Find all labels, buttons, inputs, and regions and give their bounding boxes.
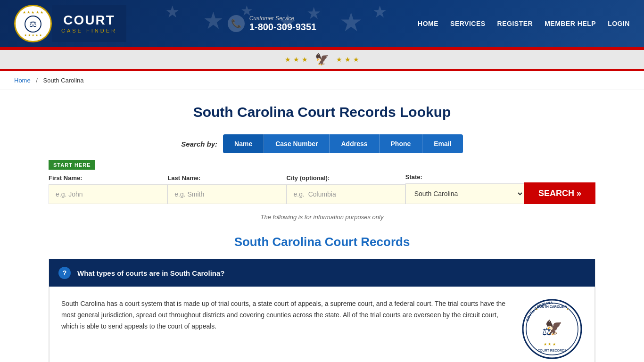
customer-service-phone: 1-800-309-9351: [249, 22, 316, 33]
nav-register[interactable]: REGISTER: [497, 20, 533, 27]
search-by-row: Search by: Name Case Number Address Phon…: [49, 134, 595, 153]
city-group: City (optional):: [287, 174, 405, 204]
main-content: South Carolina Court Records Lookup Sear…: [39, 90, 605, 362]
logo-court-text: COURT: [63, 14, 115, 27]
site-header: ★ ★ ★ ★ ★ ★ ★ ★ ★ ★ ★ ★ ⚖ ★ ★ ★ ★ ★ COUR…: [0, 0, 644, 71]
tab-email[interactable]: Email: [422, 134, 462, 153]
breadcrumb-separator: /: [36, 77, 38, 84]
city-input[interactable]: [287, 184, 405, 204]
nav-home[interactable]: HOME: [418, 20, 438, 27]
tab-case-number[interactable]: Case Number: [264, 134, 330, 153]
nav-member-help[interactable]: MEMBER HELP: [545, 20, 596, 27]
tab-name[interactable]: Name: [223, 134, 264, 153]
state-group: State: South Carolina Alabama Alaska Ari…: [405, 173, 524, 204]
last-name-input[interactable]: [167, 184, 286, 204]
svg-text:⚖: ⚖: [542, 326, 552, 337]
logo-seal-icon: ⚖: [25, 16, 41, 33]
accordion-question-icon: ?: [58, 267, 71, 279]
search-by-label: Search by:: [181, 140, 217, 148]
info-text: The following is for information purpose…: [49, 214, 595, 221]
breadcrumb-home[interactable]: Home: [14, 77, 31, 84]
main-nav: HOME SERVICES REGISTER MEMBER HELP LOGIN: [418, 20, 630, 27]
customer-service-label: Customer Service: [249, 15, 316, 22]
logo-circle: ★ ★ ★ ★ ★ ⚖ ★ ★ ★ ★ ★: [14, 5, 52, 42]
nav-login[interactable]: LOGIN: [608, 20, 630, 27]
tab-address[interactable]: Address: [330, 134, 379, 153]
customer-service: 📞 Customer Service 1-800-309-9351: [228, 15, 316, 33]
nav-services[interactable]: SERVICES: [450, 20, 486, 27]
last-name-group: Last Name:: [167, 174, 286, 204]
accordion-header[interactable]: ? What types of courts are in South Caro…: [49, 259, 595, 287]
search-form: First Name: Last Name: City (optional): …: [49, 173, 595, 204]
accordion: ? What types of courts are in South Caro…: [49, 259, 595, 362]
state-label: State:: [405, 173, 524, 181]
state-select[interactable]: South Carolina Alabama Alaska Arizona Ar…: [405, 183, 524, 204]
search-button[interactable]: SEARCH »: [524, 182, 595, 204]
sc-seal: SOUTH CAROLINA SOUTH CAROLINA ★ ★ 🦅 ⚖ ★ …: [521, 298, 583, 360]
svg-text:SOUTH CAROLINA: SOUTH CAROLINA: [537, 305, 567, 308]
eagle-stars-left: ★★★: [285, 56, 308, 63]
accordion-title: What types of courts are in South Caroli…: [77, 269, 225, 277]
svg-text:COURT RECORDS: COURT RECORDS: [537, 349, 567, 352]
logo-case-finder-text: CASE FINDER: [61, 28, 117, 33]
breadcrumb: Home / South Carolina: [0, 71, 644, 90]
start-here-badge: START HERE: [49, 160, 95, 170]
section-title: South Carolina Court Records: [49, 235, 595, 249]
city-label: City (optional):: [287, 174, 405, 181]
breadcrumb-current: South Carolina: [43, 77, 84, 84]
tab-phone[interactable]: Phone: [380, 134, 423, 153]
svg-text:★: ★: [536, 308, 538, 311]
phone-icon: 📞: [228, 15, 245, 32]
first-name-input[interactable]: [49, 184, 167, 204]
eagle-stars-right: ★★★: [336, 56, 359, 63]
first-name-group: First Name:: [49, 174, 167, 204]
accordion-body: South Carolina has a court system that i…: [49, 287, 595, 362]
logo[interactable]: ★ ★ ★ ★ ★ ⚖ ★ ★ ★ ★ ★ COURT CASE FINDER: [14, 5, 126, 42]
page-title: South Carolina Court Records Lookup: [49, 104, 595, 120]
eagle-icon: 🦅: [315, 53, 329, 66]
last-name-label: Last Name:: [167, 174, 286, 181]
svg-text:★ ★ ★: ★ ★ ★: [544, 342, 555, 346]
accordion-text: South Carolina has a court system that i…: [61, 298, 507, 360]
search-section: Search by: Name Case Number Address Phon…: [49, 134, 595, 204]
first-name-label: First Name:: [49, 174, 167, 181]
svg-text:★: ★: [566, 308, 569, 311]
